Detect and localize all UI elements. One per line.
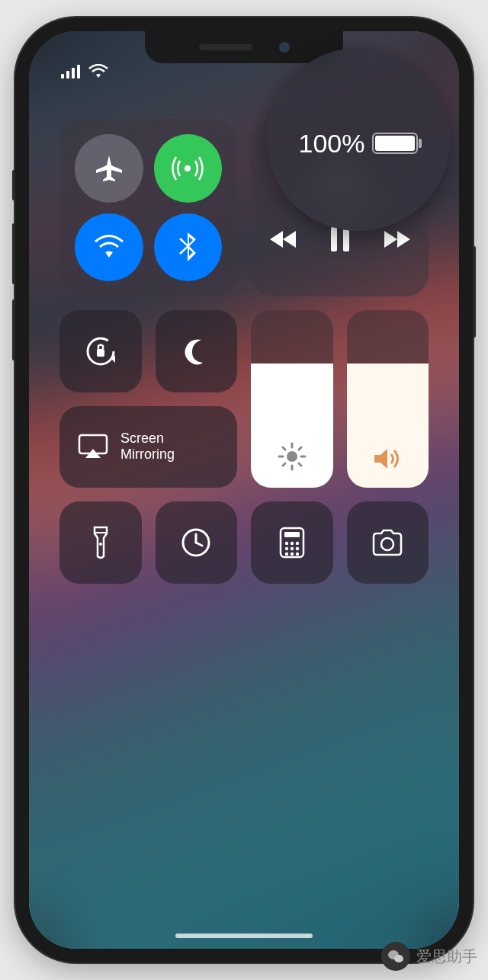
signal-icon — [61, 65, 82, 78]
notch — [145, 31, 343, 63]
svg-point-37 — [394, 955, 403, 962]
next-track-button[interactable] — [383, 229, 410, 249]
watermark-text: 爱思助手 — [416, 946, 477, 967]
svg-point-34 — [296, 552, 299, 556]
svg-point-19 — [99, 543, 102, 546]
watermark: 爱思助手 — [381, 942, 477, 971]
screen: 100% 100% — [29, 31, 459, 949]
bluetooth-icon — [178, 231, 197, 263]
screen-mirroring-button[interactable]: Screen Mirroring — [59, 406, 237, 488]
cellular-antenna-icon — [171, 152, 204, 185]
moon-icon — [181, 337, 210, 366]
svg-point-28 — [296, 542, 299, 545]
svg-point-27 — [291, 542, 294, 545]
airplane-icon — [93, 152, 125, 184]
battery-magnified-callout: 100% — [267, 48, 450, 231]
timer-button[interactable] — [156, 501, 238, 584]
camera-icon — [371, 529, 404, 556]
svg-point-32 — [285, 552, 288, 556]
svg-point-26 — [285, 542, 288, 545]
wechat-icon — [381, 942, 410, 971]
svg-point-29 — [285, 547, 288, 550]
cellular-data-toggle[interactable] — [154, 134, 223, 203]
svg-line-18 — [283, 463, 285, 466]
home-indicator[interactable] — [175, 934, 313, 938]
airplay-icon — [78, 434, 108, 460]
connectivity-group[interactable] — [59, 119, 237, 296]
timer-icon — [180, 527, 212, 559]
flashlight-icon — [92, 526, 110, 559]
camera-button[interactable] — [347, 501, 429, 584]
wifi-toggle[interactable] — [75, 213, 143, 282]
do-not-disturb-toggle[interactable] — [156, 310, 238, 392]
flashlight-button[interactable] — [59, 501, 142, 584]
svg-rect-8 — [97, 349, 104, 357]
brightness-slider[interactable] — [251, 310, 333, 488]
battery-icon — [372, 133, 418, 154]
volume-icon — [373, 447, 402, 471]
svg-point-31 — [296, 547, 299, 550]
orientation-lock-toggle[interactable] — [59, 310, 142, 392]
bluetooth-toggle[interactable] — [154, 213, 223, 282]
phone-frame: 100% 100% — [15, 18, 473, 962]
play-pause-button[interactable] — [329, 227, 351, 251]
orientation-lock-icon — [83, 334, 118, 369]
airplane-mode-toggle[interactable] — [75, 134, 143, 203]
battery-percent-text: 100% — [299, 129, 365, 159]
svg-rect-1 — [66, 71, 69, 78]
svg-line-23 — [196, 543, 202, 546]
svg-point-10 — [287, 451, 297, 462]
volume-slider[interactable] — [347, 310, 429, 488]
brightness-icon — [278, 442, 307, 471]
svg-line-16 — [299, 463, 301, 466]
screen-mirroring-label-1: Screen — [120, 431, 175, 447]
svg-point-33 — [291, 552, 294, 556]
screen-mirroring-label-2: Mirroring — [120, 447, 175, 463]
svg-point-30 — [291, 547, 294, 550]
svg-point-4 — [185, 165, 191, 171]
svg-rect-2 — [72, 68, 75, 78]
calculator-icon — [279, 527, 305, 559]
wifi-icon — [92, 233, 126, 261]
svg-rect-5 — [331, 227, 337, 251]
svg-line-15 — [283, 447, 285, 450]
previous-track-button[interactable] — [270, 229, 297, 249]
svg-rect-3 — [77, 65, 80, 78]
svg-rect-0 — [61, 74, 64, 78]
wifi-icon — [88, 64, 108, 79]
svg-point-35 — [381, 538, 393, 550]
calculator-button[interactable] — [251, 501, 333, 584]
svg-rect-25 — [284, 532, 300, 537]
svg-line-17 — [299, 447, 301, 450]
